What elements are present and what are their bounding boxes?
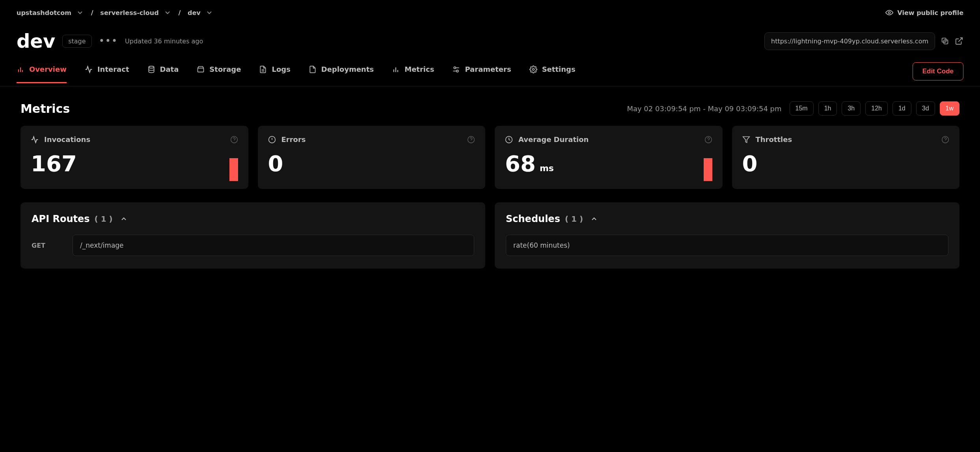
http-method: GET	[32, 242, 63, 249]
card-avg-duration[interactable]: Average Duration 68 ms	[495, 126, 723, 189]
stage-badge: stage	[62, 35, 91, 48]
breadcrumb-org-label: upstashdotcom	[17, 9, 71, 17]
tab-label: Settings	[542, 65, 576, 73]
schedules-header[interactable]: Schedules ( 1 )	[506, 213, 948, 224]
tab-storage[interactable]: Storage	[197, 65, 241, 83]
card-title-label: Throttles	[756, 135, 792, 144]
tab-label: Storage	[209, 65, 241, 73]
open-url-button[interactable]	[955, 37, 963, 45]
bar-chart-icon	[17, 65, 24, 73]
route-path: /_next/image	[73, 235, 474, 256]
hard-drive-icon	[197, 65, 205, 73]
tab-parameters[interactable]: Parameters	[452, 65, 511, 83]
card-value: 167	[31, 151, 238, 176]
svg-marker-30	[743, 136, 749, 142]
chevron-down-icon	[164, 9, 171, 17]
range-1h[interactable]: 1h	[818, 101, 837, 116]
gear-icon	[529, 65, 537, 73]
range-15m[interactable]: 15m	[790, 101, 814, 116]
edit-code-button[interactable]: Edit Code	[913, 62, 963, 80]
schedules-title: Schedules	[506, 213, 560, 224]
range-3d[interactable]: 3d	[916, 101, 935, 116]
more-menu[interactable]: •••	[99, 36, 118, 46]
tab-metrics[interactable]: Metrics	[392, 65, 434, 83]
svg-point-19	[532, 68, 534, 70]
page-title: dev	[17, 32, 55, 50]
card-throttles[interactable]: Throttles 0	[732, 126, 960, 189]
file-icon	[309, 65, 317, 73]
file-text-icon	[259, 65, 267, 73]
tab-deployments[interactable]: Deployments	[309, 65, 374, 83]
schedule-expression: rate(60 minutes)	[506, 235, 948, 256]
tabs: Overview Interact Data Storage Logs Depl…	[0, 50, 980, 86]
breadcrumb-stage[interactable]: dev	[188, 9, 213, 17]
breadcrumb-project-label: serverless-cloud	[100, 9, 158, 17]
api-routes-count: ( 1 )	[95, 214, 113, 224]
tab-settings[interactable]: Settings	[529, 65, 576, 83]
svg-point-0	[889, 12, 891, 14]
copy-url-button[interactable]	[941, 37, 949, 45]
metrics-title: Metrics	[20, 102, 70, 116]
help-icon[interactable]	[704, 136, 712, 144]
card-value: 0	[742, 151, 950, 176]
copy-icon	[941, 37, 949, 45]
tab-label: Deployments	[321, 65, 374, 73]
view-public-profile-label: View public profile	[897, 9, 963, 17]
help-icon[interactable]	[230, 136, 238, 144]
tab-label: Interact	[97, 65, 129, 73]
breadcrumb-separator: /	[179, 9, 181, 17]
tab-data[interactable]: Data	[147, 65, 179, 83]
chevron-up-icon	[590, 215, 598, 223]
updated-text: Updated 36 minutes ago	[125, 37, 203, 45]
range-1d[interactable]: 1d	[892, 101, 911, 116]
tab-overview[interactable]: Overview	[17, 65, 67, 83]
spark-bar	[229, 158, 238, 181]
card-unit: ms	[540, 163, 554, 173]
range-3h[interactable]: 3h	[842, 101, 861, 116]
breadcrumb-stage-label: dev	[188, 9, 201, 17]
svg-rect-8	[198, 68, 204, 72]
help-icon[interactable]	[467, 136, 475, 144]
tab-interact[interactable]: Interact	[85, 65, 129, 83]
api-routes-title: API Routes	[32, 213, 90, 224]
help-icon[interactable]	[941, 136, 949, 144]
time-range: May 02 03:09:54 pm - May 09 03:09:54 pm …	[627, 101, 960, 116]
bar-chart-icon	[392, 65, 400, 73]
external-link-icon	[955, 37, 963, 45]
tab-logs[interactable]: Logs	[259, 65, 290, 83]
svg-line-3	[958, 38, 962, 42]
card-value: 68	[505, 151, 536, 176]
api-routes-panel: API Routes ( 1 ) GET /_next/image	[20, 202, 485, 269]
spark-bar	[704, 158, 712, 181]
breadcrumb-org[interactable]: upstashdotcom	[17, 9, 84, 17]
chevron-up-icon	[120, 215, 128, 223]
chevron-down-icon	[205, 9, 213, 17]
card-value: 0	[268, 151, 475, 176]
metric-cards: Invocations 167 Errors 0 Average Duratio…	[20, 126, 960, 189]
schedule-row[interactable]: rate(60 minutes)	[506, 235, 948, 256]
tab-label: Parameters	[465, 65, 511, 73]
page-header: dev stage ••• Updated 36 minutes ago htt…	[0, 17, 980, 50]
svg-point-15	[454, 67, 456, 69]
deployment-url[interactable]: https://lightning-mvp-409yp.cloud.server…	[764, 32, 935, 50]
alert-circle-icon	[268, 136, 276, 144]
schedules-panel: Schedules ( 1 ) rate(60 minutes)	[495, 202, 960, 269]
tab-label: Data	[160, 65, 179, 73]
range-1w[interactable]: 1w	[940, 101, 960, 116]
time-range-text: May 02 03:09:54 pm - May 09 03:09:54 pm	[627, 105, 781, 113]
tab-label: Metrics	[404, 65, 434, 73]
api-routes-header[interactable]: API Routes ( 1 )	[32, 213, 474, 224]
card-title-label: Errors	[281, 135, 306, 144]
card-errors[interactable]: Errors 0	[258, 126, 486, 189]
view-public-profile-link[interactable]: View public profile	[885, 9, 963, 17]
content: Metrics May 02 03:09:54 pm - May 09 03:0…	[0, 86, 980, 292]
api-route-row[interactable]: GET /_next/image	[32, 235, 474, 256]
filter-icon	[742, 136, 750, 144]
breadcrumb-project[interactable]: serverless-cloud	[100, 9, 171, 17]
card-invocations[interactable]: Invocations 167	[20, 126, 248, 189]
tab-label: Overview	[29, 65, 67, 73]
activity-icon	[85, 65, 93, 73]
range-12h[interactable]: 12h	[865, 101, 888, 116]
database-icon	[147, 65, 155, 73]
card-title-label: Invocations	[44, 135, 90, 144]
